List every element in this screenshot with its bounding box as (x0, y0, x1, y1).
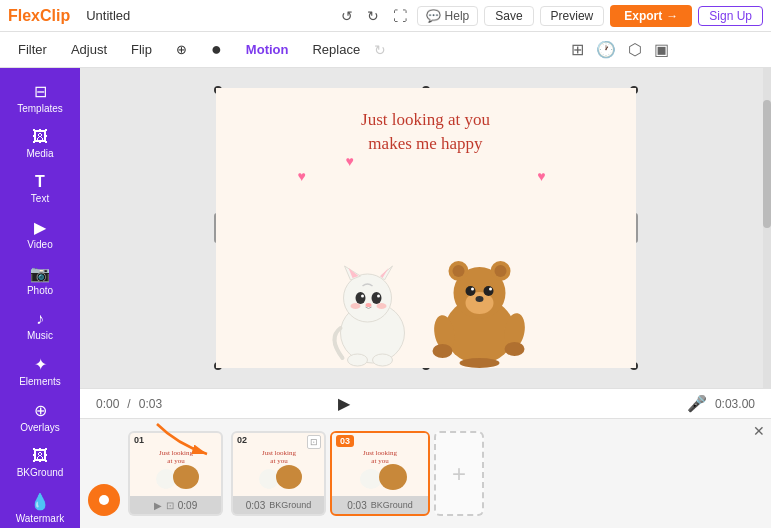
redo-button[interactable]: ↻ (363, 6, 383, 26)
bkground-icon: 🖼 (32, 447, 48, 465)
layers-icon-button[interactable]: ⬡ (626, 38, 644, 61)
clip-2-overlay-icon: ⊡ (307, 435, 321, 449)
filter-button[interactable]: Filter (8, 38, 57, 61)
svg-point-22 (465, 286, 475, 296)
arrow-svg (147, 418, 227, 464)
white-cat-svg (322, 248, 422, 368)
svg-point-10 (365, 303, 371, 307)
main: ⊟ Templates 🖼 Media T Text ▶ Video 📷 Pho… (0, 68, 771, 528)
svg-point-14 (372, 354, 392, 366)
filmstrip: ✕ 01 Just looking at you (80, 418, 771, 528)
svg-point-13 (347, 354, 367, 366)
adjust-button[interactable]: Adjust (61, 38, 117, 61)
record-button[interactable] (88, 484, 120, 516)
svg-point-23 (483, 286, 493, 296)
editor-area: ‹ (80, 68, 771, 528)
svg-point-31 (504, 342, 524, 356)
clip-3-footer: 0:03 BKGround (332, 496, 428, 514)
svg-point-27 (459, 358, 499, 368)
svg-text:Just looking: Just looking (261, 449, 296, 457)
cats-scene (322, 243, 529, 368)
svg-point-11 (350, 303, 360, 309)
clock-icon-button[interactable]: 🕐 (594, 38, 618, 61)
signup-button[interactable]: Sign Up (698, 6, 763, 26)
sidebar-item-templates[interactable]: ⊟ Templates (5, 76, 75, 120)
flip-button[interactable]: Flip (121, 38, 162, 61)
duration-display: 0:03.00 (715, 397, 755, 411)
help-button[interactable]: 💬 Help (417, 6, 479, 26)
clip-1-time: 0:09 (178, 500, 197, 511)
clip-1-play-icon: ▶ (154, 500, 162, 511)
video-icon: ▶ (34, 218, 46, 237)
clip-3[interactable]: 03 Just looking at you 0:03 BKGround (330, 431, 430, 516)
sidebar-item-overlays[interactable]: ⊕ Overlays (5, 395, 75, 439)
sidebar-item-video[interactable]: ▶ Video (5, 212, 75, 256)
mic-button[interactable]: 🎤 (687, 394, 707, 413)
fullscreen-button[interactable]: ⛶ (389, 6, 411, 26)
save-button[interactable]: Save (484, 6, 533, 26)
add-icon: + (452, 460, 466, 488)
export-button[interactable]: Export → (610, 5, 692, 27)
sidebar-item-text[interactable]: T Text (5, 167, 75, 210)
sidebar-item-elements[interactable]: ✦ Elements (5, 349, 75, 393)
play-button[interactable]: ▶ (332, 392, 356, 416)
filmstrip-close-button[interactable]: ✕ (753, 423, 765, 439)
svg-point-47 (379, 464, 407, 490)
canvas-frame: Just looking at you makes me happy ♥ ♥ ♥ (216, 88, 636, 368)
heart-2: ♥ (346, 153, 354, 169)
undo-button[interactable]: ↺ (337, 6, 357, 26)
refresh-icon: ↻ (374, 42, 386, 58)
replace-button[interactable]: Replace (302, 38, 370, 61)
clip-3-time: 0:03 (347, 500, 366, 511)
preview-button[interactable]: Preview (540, 6, 605, 26)
sidebar-item-bkground[interactable]: 🖼 BKGround (5, 441, 75, 484)
motion-button[interactable]: Motion (236, 38, 299, 61)
svg-point-25 (489, 288, 492, 291)
toolbar-right: ⊞ 🕐 ⬡ ▣ (569, 38, 671, 61)
sidebar-item-photo[interactable]: 📷 Photo (5, 258, 75, 302)
scroll-area[interactable] (763, 68, 771, 388)
svg-point-35 (156, 469, 176, 489)
svg-text:at you: at you (270, 457, 288, 465)
sidebar-item-watermark[interactable]: 💧 Watermark (5, 486, 75, 528)
total-time: 0:03 (139, 397, 162, 411)
svg-text:at you: at you (371, 457, 389, 465)
toolbar: Filter Adjust Flip ⊕ ● Motion Replace ↻ … (0, 32, 771, 68)
crop-button[interactable]: ⊕ (166, 38, 197, 61)
sidebar-item-music[interactable]: ♪ Music (5, 304, 75, 347)
logo-clip: Clip (40, 7, 70, 24)
sidebar-item-media[interactable]: 🖼 Media (5, 122, 75, 165)
circle-icon: ● (211, 39, 222, 59)
svg-point-9 (377, 295, 380, 298)
clip-2-time: 0:03 (246, 500, 265, 511)
settings-icon-button[interactable]: ▣ (652, 38, 671, 61)
logo: FlexClip (8, 7, 70, 25)
svg-point-42 (276, 465, 302, 489)
svg-point-20 (494, 265, 506, 277)
clip-2-num: 02 (237, 435, 247, 445)
heart-1: ♥ (298, 168, 306, 184)
text-icon: T (35, 173, 45, 191)
record-dot (99, 495, 109, 505)
timeline-bar: 0:00 / 0:03 ▶ 🎤 0:03.00 (80, 388, 771, 418)
svg-point-6 (355, 292, 365, 304)
grid-icon-button[interactable]: ⊞ (569, 38, 586, 61)
clip-1-footer: ▶ ⊡ 0:09 (130, 496, 221, 514)
add-clip-button[interactable]: + (434, 431, 484, 516)
clip-3-preview: Just looking at you (343, 437, 418, 492)
canvas-image: Just looking at you makes me happy ♥ ♥ ♥ (216, 88, 636, 368)
music-icon: ♪ (36, 310, 44, 328)
svg-point-30 (432, 344, 452, 358)
topbar: FlexClip Untitled ↺ ↻ ⛶ 💬 Help Save Prev… (0, 0, 771, 32)
clip-3-num: 03 (336, 435, 354, 447)
export-arrow-icon: → (666, 9, 678, 23)
svg-marker-3 (380, 266, 392, 280)
clip-2[interactable]: 02 Just looking at you ⊡ 0:03 BKGround (231, 431, 326, 516)
help-icon: 💬 (426, 9, 441, 23)
clip-1-copy-icon: ⊡ (166, 500, 174, 511)
svg-point-46 (360, 469, 382, 489)
circle-button[interactable]: ● (201, 35, 232, 64)
svg-point-12 (376, 303, 386, 309)
media-icon: 🖼 (32, 128, 48, 146)
topbar-icons: ↺ ↻ ⛶ 💬 Help Save Preview Export → Sign … (337, 5, 763, 27)
